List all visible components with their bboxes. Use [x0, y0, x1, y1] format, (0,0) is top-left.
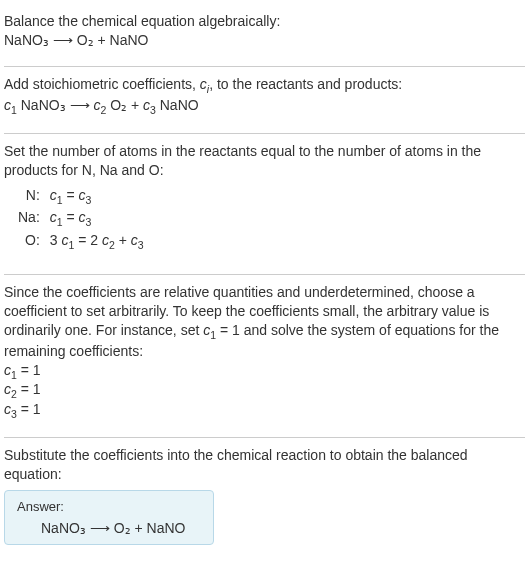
- section-solve: Since the coefficients are relative quan…: [4, 279, 525, 433]
- unbalanced-equation: NaNO₃ ⟶ O₂ + NaNO: [4, 31, 525, 50]
- c-symbol: c: [131, 232, 138, 248]
- coef-solution-c1: c1 = 1: [4, 362, 525, 381]
- c-value: = 1: [17, 381, 41, 397]
- atom-eq-na: c1 = c3: [46, 208, 148, 229]
- text-fragment: , to the reactants and products:: [209, 76, 402, 92]
- section-atom-balance: Set the number of atoms in the reactants…: [4, 138, 525, 270]
- answer-label: Answer:: [17, 499, 201, 514]
- table-row: N: c1 = c3: [14, 186, 148, 207]
- atom-label-na: Na:: [14, 208, 44, 229]
- section-problem: Balance the chemical equation algebraica…: [4, 8, 525, 62]
- c-symbol: c: [50, 187, 57, 203]
- coef-solution-c2: c2 = 1: [4, 381, 525, 400]
- eq-fragment: =: [63, 187, 79, 203]
- eq-fragment: =: [63, 209, 79, 225]
- c-symbol: c: [50, 209, 57, 225]
- eq-fragment: = 2: [74, 232, 102, 248]
- c-symbol: c: [4, 401, 11, 417]
- c-value: = 1: [17, 401, 41, 417]
- c-sub: 3: [86, 193, 92, 205]
- c-sub: 3: [86, 216, 92, 228]
- coef-equation: c1 NaNO₃ ⟶ c2 O₂ + c3 NaNO: [4, 96, 525, 117]
- c1-symbol: c: [4, 97, 11, 113]
- problem-statement: Balance the chemical equation algebraica…: [4, 12, 525, 31]
- eq-fragment: NaNO₃ ⟶: [17, 97, 94, 113]
- c-value: = 1: [17, 362, 41, 378]
- divider: [4, 66, 525, 67]
- section-substitute: Substitute the coefficients into the che…: [4, 442, 525, 557]
- substitute-text: Substitute the coefficients into the che…: [4, 446, 525, 484]
- divider: [4, 437, 525, 438]
- eq-fragment: 3: [50, 232, 62, 248]
- coef-symbol: c: [200, 76, 207, 92]
- atom-eq-n: c1 = c3: [46, 186, 148, 207]
- c3-symbol: c: [143, 97, 150, 113]
- atom-equations-table: N: c1 = c3 Na: c1 = c3 O: 3 c1 = 2 c2 + …: [12, 184, 150, 254]
- coef-solution-c3: c3 = 1: [4, 401, 525, 420]
- atom-label-n: N:: [14, 186, 44, 207]
- atom-eq-o: 3 c1 = 2 c2 + c3: [46, 231, 148, 252]
- section-add-coefficients: Add stoichiometric coefficients, ci, to …: [4, 71, 525, 129]
- c-symbol: c: [102, 232, 109, 248]
- c-sub: 3: [138, 239, 144, 251]
- atom-balance-text: Set the number of atoms in the reactants…: [4, 142, 525, 180]
- table-row: O: 3 c1 = 2 c2 + c3: [14, 231, 148, 252]
- text-fragment: Add stoichiometric coefficients,: [4, 76, 200, 92]
- eq-fragment: NaNO: [156, 97, 199, 113]
- eq-fragment: +: [115, 232, 131, 248]
- atom-label-o: O:: [14, 231, 44, 252]
- add-coef-text: Add stoichiometric coefficients, ci, to …: [4, 75, 525, 96]
- c-symbol: c: [79, 187, 86, 203]
- answer-box: Answer: NaNO₃ ⟶ O₂ + NaNO: [4, 490, 214, 545]
- divider: [4, 274, 525, 275]
- balanced-equation: NaNO₃ ⟶ O₂ + NaNO: [17, 520, 201, 536]
- table-row: Na: c1 = c3: [14, 208, 148, 229]
- c-symbol: c: [4, 381, 11, 397]
- c-symbol: c: [4, 362, 11, 378]
- eq-fragment: O₂ +: [106, 97, 143, 113]
- c-symbol: c: [79, 209, 86, 225]
- divider: [4, 133, 525, 134]
- solve-text: Since the coefficients are relative quan…: [4, 283, 525, 361]
